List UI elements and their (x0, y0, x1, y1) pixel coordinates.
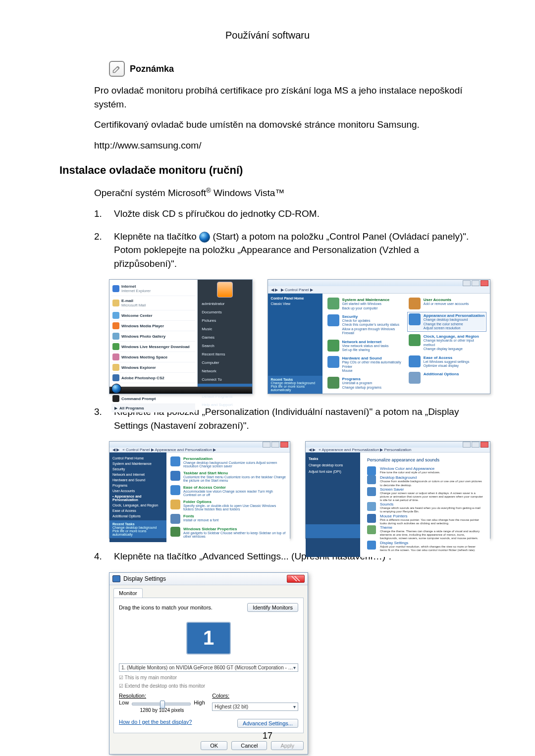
start-menu-item[interactable]: Command Prompt (111, 394, 195, 404)
personalization-item[interactable]: Desktop BackgroundChoose from available … (367, 475, 483, 487)
help-link[interactable]: How do I get the best display? (119, 719, 192, 728)
close-icon[interactable] (287, 575, 305, 583)
start-menu-right-item[interactable]: Pictures (198, 316, 252, 325)
start-menu-right-item[interactable]: Documents (198, 308, 252, 316)
recent-item[interactable]: Change desktop background (112, 526, 163, 529)
start-menu-right-item[interactable]: Connect To (198, 375, 252, 384)
appearance-item[interactable]: PersonalizationChange desktop background… (170, 456, 286, 468)
sidebar-item[interactable]: Security (112, 466, 163, 472)
res-low: Low (119, 700, 129, 706)
start-menu-item[interactable]: Windows Explorer (111, 362, 195, 373)
start-menu-right-item[interactable]: Network (198, 367, 252, 375)
start-menu-item[interactable]: Adobe Photoshop CS2 (111, 373, 195, 383)
start-menu-right-item[interactable]: administrator (198, 300, 252, 308)
cp-category[interactable]: Network and Internet View network status… (327, 340, 404, 353)
sidebar-item[interactable]: System and Maintenance (112, 461, 163, 466)
recent-item[interactable]: Pick life or more icons (112, 529, 163, 533)
sidebar-item[interactable]: Adjust font size (DPI) (309, 468, 357, 475)
screenshot-start-menu: InternetInternet Explorer E-mailMicrosof… (109, 279, 253, 394)
resolution-slider[interactable] (132, 703, 191, 706)
minimize-icon (263, 442, 270, 448)
advanced-settings-button[interactable]: Advanced Settings... (237, 719, 298, 728)
cp-category[interactable]: System and Maintenance Get started with … (327, 298, 404, 310)
monitor-combo[interactable]: 1. (Multiple Monitors) on NVIDIA GeForce… (119, 663, 298, 672)
identify-monitors-button[interactable]: Identify Monitors (247, 603, 298, 612)
sidebar-item[interactable]: Clock, Language, and Region (112, 503, 163, 508)
category-icon (327, 298, 339, 309)
start-menu-right-item[interactable]: Computer (198, 358, 252, 367)
item-text: Window Color and AppearanceFine tune the… (380, 466, 440, 475)
appearance-item[interactable]: FontsInstall or remove a font (170, 514, 286, 524)
cp-category[interactable]: Security Check for updatesCheck this com… (327, 314, 404, 336)
step-2: 2. Klepněte na tlačítko (Start) a potom … (94, 230, 471, 271)
cp-category[interactable]: User Accounts Add or remove user account… (409, 298, 485, 309)
window-titlebar (109, 442, 290, 448)
sidebar-item[interactable]: Network and Internet (112, 472, 163, 477)
cp-category[interactable]: Appearance and Personalization Change de… (409, 313, 485, 330)
personalization-item[interactable]: ThemeChange the theme. Themes can change… (367, 525, 483, 541)
sidebar-item[interactable]: • Appearance and Personalization (112, 494, 163, 503)
sidebar-item[interactable]: Control Panel Home (112, 455, 163, 461)
category-text: Programs Uninstall a programChange start… (342, 377, 381, 390)
personalization-item[interactable]: Window Color and AppearanceFine tune the… (367, 466, 483, 475)
page-header: Používání softwaru (45, 30, 490, 41)
cp-category[interactable]: Additional Options (409, 372, 485, 384)
appearance-item[interactable]: Folder OptionsSpecify single- or double-… (170, 500, 286, 511)
start-menu-item[interactable]: Windows Media Player (111, 321, 195, 331)
appearance-item[interactable]: Windows Sidebar PropertiesAdd gadgets to… (170, 527, 286, 538)
start-menu-right-item[interactable]: Help and Support (198, 401, 252, 409)
appearance-item[interactable]: Taskbar and Start MenuCustomize the Star… (170, 471, 286, 482)
chk-extend-desktop[interactable]: ☑ Extend the desktop onto this monitor (119, 683, 298, 689)
cp-category[interactable]: Programs Uninstall a programChange start… (327, 377, 404, 390)
cp-category[interactable]: Ease of Access Let Windows suggest setti… (409, 355, 485, 368)
recent-item[interactable]: automatically (271, 388, 320, 392)
sidebar-item[interactable]: Additional Options (112, 513, 163, 519)
apply-button[interactable]: Apply (271, 741, 304, 750)
colors-combo[interactable]: Highest (32 bit) ▾ (212, 703, 298, 711)
personalization-item[interactable]: Mouse PointersPick a different mouse poi… (367, 514, 483, 525)
start-menu-right-item[interactable]: Search (198, 342, 252, 350)
start-menu-item[interactable]: Windows Meeting Space (111, 352, 195, 362)
cancel-button[interactable]: Cancel (231, 741, 267, 750)
sidebar-item[interactable]: Tasks (309, 455, 357, 462)
chk-main-monitor[interactable]: ☑ This is my main monitor (119, 675, 298, 680)
start-menu-right-item[interactable]: Games (198, 333, 252, 342)
step-1-num: 1. (94, 207, 106, 221)
start-menu-item[interactable]: Windows Live Messenger Download (111, 342, 195, 352)
recent-item[interactable]: automatically (112, 533, 163, 536)
start-menu-item[interactable]: E-mailMicrosoft Mail (111, 296, 195, 310)
appearance-item[interactable]: Ease of Access CenterAccommodate low vis… (170, 485, 286, 497)
sidebar-item[interactable]: Change desktop icons (309, 462, 357, 468)
monitor-1[interactable]: 1 (186, 622, 231, 655)
figure-row-3: Display Settings Monitor Drag the icons … (109, 572, 490, 755)
start-menu-item[interactable]: Windows Photo Gallery (111, 331, 195, 342)
close-icon (481, 280, 488, 286)
monitor-preview[interactable]: 1 (119, 616, 298, 660)
personalization-item[interactable]: SoundsChange which sounds are heard when… (367, 502, 483, 513)
window-titlebar (306, 442, 490, 448)
cp-category[interactable]: Hardware and Sound Play CDs or other med… (327, 356, 404, 373)
ok-button[interactable]: OK (201, 741, 227, 750)
sidebar-item[interactable]: Programs (112, 483, 163, 488)
cp-category[interactable]: Clock, Language, and Region Change keybo… (409, 334, 485, 351)
personalization-item[interactable]: Screen SaverChange your screen saver or … (367, 487, 483, 503)
sidebar-item[interactable]: Hardware and Sound (112, 477, 163, 483)
item-text: SoundsChange which sounds are heard when… (380, 502, 483, 513)
app-icon (112, 395, 119, 402)
start-menu-right-item[interactable]: Recent Items (198, 350, 252, 358)
item-text: FontsInstall or remove a font (183, 514, 218, 524)
sidebar-item[interactable]: Ease of Access (112, 508, 163, 513)
recent-item[interactable]: Change desktop background (271, 381, 320, 385)
tab-monitor[interactable]: Monitor (113, 588, 143, 598)
see-also-strip (306, 524, 360, 538)
start-menu-item[interactable]: InternetInternet Explorer (111, 282, 195, 296)
recent-item[interactable]: Pick life or more icons (271, 385, 320, 388)
sidebar-item[interactable]: User Accounts (112, 488, 163, 494)
all-programs[interactable]: ▶All Programs (111, 404, 195, 412)
item-text: Ease of Access CenterAccommodate low vis… (183, 485, 286, 497)
start-menu-item[interactable]: Welcome Center (111, 310, 195, 321)
start-menu-right-item[interactable]: Music (198, 325, 252, 333)
taskbar (109, 387, 252, 394)
personalization-item[interactable]: Display SettingsAdjust your monitor reso… (367, 541, 483, 552)
appearance-main: PersonalizationChange desktop background… (166, 453, 290, 542)
